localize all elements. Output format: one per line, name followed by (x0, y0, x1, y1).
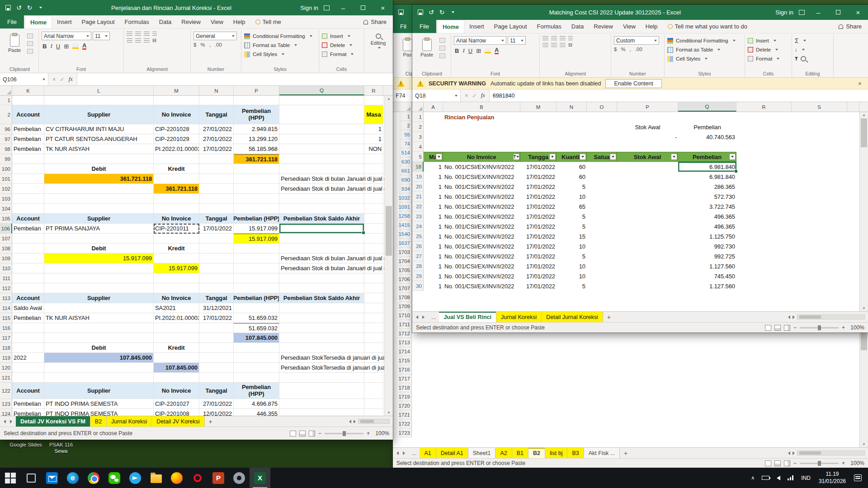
cell-S3[interactable] (792, 132, 847, 142)
cell-Q27[interactable]: 992.725 (678, 251, 736, 261)
zoom-out-button[interactable]: − (318, 430, 321, 436)
cell-M120[interactable]: 107.845.000 (154, 363, 199, 373)
ribbon-display-options-icon[interactable] (324, 5, 330, 10)
row-header-113[interactable]: 113 (0, 293, 12, 303)
redo-icon[interactable]: ↻ (439, 9, 445, 15)
quick-access-toolbar[interactable]: ↺ ↻ (0, 5, 47, 11)
cell-S18[interactable] (792, 162, 847, 172)
cell-P27[interactable] (617, 251, 678, 261)
cell-R30[interactable] (736, 281, 792, 291)
cell-N117[interactable] (199, 333, 234, 343)
align-left-icon[interactable] (542, 43, 548, 47)
cell-Q19[interactable]: 6.981.840 (678, 172, 736, 182)
cell-N23[interactable]: 5 (557, 211, 587, 221)
cell-B23[interactable]: No. 001/CSI/EX/INV/I/2022 (443, 211, 520, 221)
quick-access-toolbar[interactable] (393, 9, 409, 15)
cell-P5[interactable]: Stok Awal (617, 152, 678, 162)
cell-M116[interactable] (154, 323, 199, 333)
cell-P24[interactable] (617, 221, 678, 231)
zoom-level[interactable]: 100% (373, 430, 389, 436)
cell-N21[interactable]: 10 (557, 192, 587, 202)
number-format-select[interactable]: Custom (614, 36, 659, 45)
cell-L105[interactable]: Supplier (44, 214, 154, 224)
bold-button[interactable]: B (455, 47, 459, 54)
cell-P111[interactable] (234, 273, 279, 283)
cell-R121[interactable] (364, 373, 383, 383)
row-header-112[interactable]: 112 (0, 283, 12, 293)
cell-K118[interactable] (12, 343, 44, 353)
cell-M25[interactable]: 17/01/2022 (520, 231, 557, 241)
cell-Q108[interactable] (279, 244, 364, 253)
excel-window-jurnal-koreksi[interactable]: ↺ ↻ Penjelasan dan Rincian Jurnal Koreks… (0, 0, 393, 440)
cell-N118[interactable] (199, 343, 234, 353)
row-header-107[interactable]: 107 (0, 234, 12, 244)
enter-icon[interactable]: ✓ (472, 92, 476, 99)
column-header-M[interactable]: M (154, 86, 199, 95)
network-icon[interactable] (784, 468, 797, 488)
orientation-icon[interactable] (152, 32, 157, 36)
cell-M109[interactable] (154, 253, 199, 263)
cell-P101[interactable] (234, 174, 279, 184)
menu-tab-insert[interactable]: Insert (52, 15, 77, 28)
cell-Q110[interactable]: Persediaan Stok di bulan Januari di jual… (279, 263, 364, 273)
italic-button[interactable]: I (462, 47, 464, 54)
cell-R123[interactable] (364, 399, 383, 409)
cell-R114[interactable] (364, 303, 383, 313)
cell-N99[interactable] (199, 154, 234, 164)
sheet-tab-sheet1[interactable]: Sheet1 (468, 448, 496, 458)
cell-Q112[interactable] (279, 283, 364, 293)
fill-button[interactable]: ↓ (795, 45, 830, 54)
empty-cell[interactable] (412, 410, 859, 419)
cell-M105[interactable]: No Invoice (154, 214, 199, 224)
column-header-A[interactable]: A (424, 102, 443, 112)
cell-M111[interactable] (154, 273, 199, 283)
cell-R3[interactable] (736, 132, 792, 142)
cell-Q18[interactable]: 6.981.840 (678, 162, 736, 172)
column-header-O[interactable]: O (587, 102, 617, 112)
cell-R1[interactable] (364, 96, 383, 105)
menu-tab-insert[interactable]: Insert (464, 20, 489, 33)
cell-M21[interactable]: 17/01/2022 (520, 192, 557, 202)
cell-Q99[interactable] (279, 154, 364, 164)
empty-cell[interactable] (412, 338, 859, 347)
cell-R18[interactable] (736, 162, 792, 172)
undo-icon[interactable]: ↺ (429, 9, 434, 15)
insert-function-icon[interactable]: fx (69, 76, 73, 83)
cell-K114[interactable]: Saldo Awal (12, 303, 44, 313)
cell-S22[interactable] (792, 202, 847, 211)
cell-P109[interactable] (234, 253, 279, 263)
zoom-slider[interactable] (800, 463, 839, 464)
borders-button[interactable]: ⊞ (64, 43, 69, 50)
cell-P105[interactable]: Pembelian (HPP) (234, 214, 279, 224)
row-header-111[interactable]: 111 (0, 273, 12, 283)
desktop-icon-google-slides[interactable]: Google Slides (6, 442, 45, 448)
conditional-formatting-button[interactable]: Conditional Formatting (667, 36, 742, 45)
column-header-M[interactable]: M (520, 102, 557, 112)
cell-N120[interactable] (199, 363, 234, 373)
cell-R124[interactable] (364, 409, 383, 416)
menu-tab-file[interactable]: File (412, 20, 436, 33)
delete-cells-button[interactable]: Delete (322, 41, 361, 50)
cell-A19[interactable]: 1 (424, 172, 443, 182)
tab-scroll-left-icon[interactable] (396, 451, 399, 455)
filter-button-Q[interactable] (729, 154, 736, 160)
row-header-934[interactable]: 934 (399, 184, 412, 193)
scroll-right-icon[interactable] (793, 451, 795, 455)
formula-input[interactable]: 6981840 (490, 89, 868, 102)
cell-Q120[interactable]: Persediaan StokTersedia di januari di ju… (279, 363, 364, 373)
cell-M23[interactable]: 17/01/2022 (520, 211, 557, 221)
editing-button[interactable]: Editing (367, 32, 389, 51)
sheet-tab-jurnal-koreksi[interactable]: Jurnal Koreksi (107, 416, 152, 427)
sheet-tab-detail-a1[interactable]: Detail A1 (436, 448, 468, 458)
cell-B1[interactable]: Rincian Penjualan (443, 112, 520, 122)
row-header-1715[interactable]: 1715 (399, 356, 412, 365)
enable-content-button[interactable]: Enable Content (605, 79, 661, 88)
maximize-button[interactable] (353, 0, 373, 15)
cell-L101[interactable]: 361.721.118 (44, 174, 154, 184)
cell-B28[interactable]: No. 001/CSI/EX/INV/I/2022 (443, 261, 520, 271)
cell-M108[interactable]: Kredit (154, 244, 199, 253)
cell-R111[interactable] (364, 273, 383, 283)
cell-K122[interactable]: Account (12, 383, 44, 399)
cell-S29[interactable] (792, 271, 847, 281)
sheet-tab-detail-jurnal-koreksi[interactable]: Detail Jurnal Koreksi (542, 312, 603, 322)
